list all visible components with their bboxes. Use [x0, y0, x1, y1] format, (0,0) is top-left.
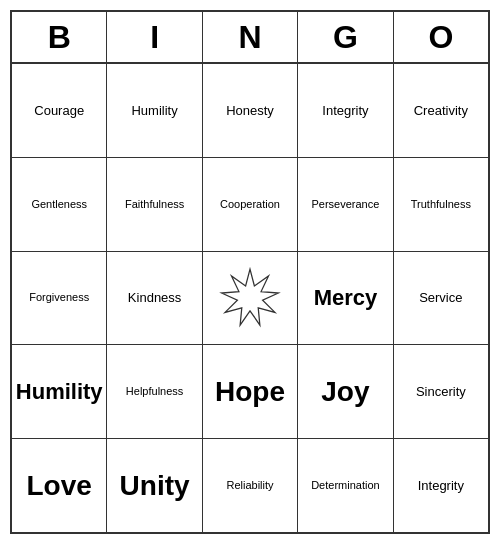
- cell-text-2-1: Kindness: [128, 290, 181, 306]
- cell-text-3-0: Humility: [16, 379, 103, 405]
- cell-0-1: Humility: [107, 64, 202, 157]
- cell-text-1-3: Perseverance: [311, 198, 379, 211]
- cell-4-4: Integrity: [394, 439, 488, 532]
- cell-2-3: Mercy: [298, 252, 393, 345]
- cell-text-0-4: Creativity: [414, 103, 468, 119]
- cell-2-4: Service: [394, 252, 488, 345]
- cell-3-4: Sincerity: [394, 345, 488, 438]
- cell-text-1-0: Gentleness: [31, 198, 87, 211]
- cell-4-1: Unity: [107, 439, 202, 532]
- header-cell-N: N: [203, 12, 298, 62]
- cell-2-1: Kindness: [107, 252, 202, 345]
- cell-text-1-1: Faithfulness: [125, 198, 184, 211]
- cell-1-0: Gentleness: [12, 158, 107, 251]
- cell-text-0-2: Honesty: [226, 103, 274, 119]
- cell-1-1: Faithfulness: [107, 158, 202, 251]
- cell-0-4: Creativity: [394, 64, 488, 157]
- grid-row-3: HumilityHelpfulnessHopeJoySincerity: [12, 345, 488, 439]
- cell-3-1: Helpfulness: [107, 345, 202, 438]
- cell-text-3-1: Helpfulness: [126, 385, 183, 398]
- cell-0-0: Courage: [12, 64, 107, 157]
- cell-text-4-3: Determination: [311, 479, 379, 492]
- cell-1-2: Cooperation: [203, 158, 298, 251]
- cell-text-0-0: Courage: [34, 103, 84, 119]
- grid: CourageHumilityHonestyIntegrityCreativit…: [12, 64, 488, 532]
- cell-1-3: Perseverance: [298, 158, 393, 251]
- cell-3-3: Joy: [298, 345, 393, 438]
- cell-4-3: Determination: [298, 439, 393, 532]
- cell-text-4-1: Unity: [120, 469, 190, 503]
- cell-2-0: Forgiveness: [12, 252, 107, 345]
- cell-text-2-0: Forgiveness: [29, 291, 89, 304]
- grid-row-1: GentlenessFaithfulnessCooperationPerseve…: [12, 158, 488, 252]
- cell-3-2: Hope: [203, 345, 298, 438]
- cell-1-4: Truthfulness: [394, 158, 488, 251]
- cell-text-2-4: Service: [419, 290, 462, 306]
- header-cell-B: B: [12, 12, 107, 62]
- cell-text-1-2: Cooperation: [220, 198, 280, 211]
- cell-text-3-3: Joy: [321, 375, 369, 409]
- cell-text-4-0: Love: [27, 469, 92, 503]
- header-cell-G: G: [298, 12, 393, 62]
- header-cell-I: I: [107, 12, 202, 62]
- free-space-star-icon: [218, 266, 282, 330]
- cell-3-0: Humility: [12, 345, 107, 438]
- grid-row-0: CourageHumilityHonestyIntegrityCreativit…: [12, 64, 488, 158]
- grid-row-4: LoveUnityReliabilityDeterminationIntegri…: [12, 439, 488, 532]
- cell-text-0-1: Humility: [131, 103, 177, 119]
- cell-text-0-3: Integrity: [322, 103, 368, 119]
- cell-0-3: Integrity: [298, 64, 393, 157]
- cell-text-4-4: Integrity: [418, 478, 464, 494]
- bingo-card: BINGO CourageHumilityHonestyIntegrityCre…: [10, 10, 490, 534]
- cell-text-2-3: Mercy: [314, 285, 378, 311]
- cell-text-3-4: Sincerity: [416, 384, 466, 400]
- cell-text-4-2: Reliability: [226, 479, 273, 492]
- cell-4-2: Reliability: [203, 439, 298, 532]
- grid-row-2: ForgivenessKindnessMercyService: [12, 252, 488, 346]
- cell-4-0: Love: [12, 439, 107, 532]
- header-cell-O: O: [394, 12, 488, 62]
- cell-text-1-4: Truthfulness: [411, 198, 471, 211]
- cell-2-2: [203, 252, 298, 345]
- cell-text-3-2: Hope: [215, 375, 285, 409]
- svg-marker-0: [222, 269, 279, 325]
- cell-0-2: Honesty: [203, 64, 298, 157]
- header-row: BINGO: [12, 12, 488, 64]
